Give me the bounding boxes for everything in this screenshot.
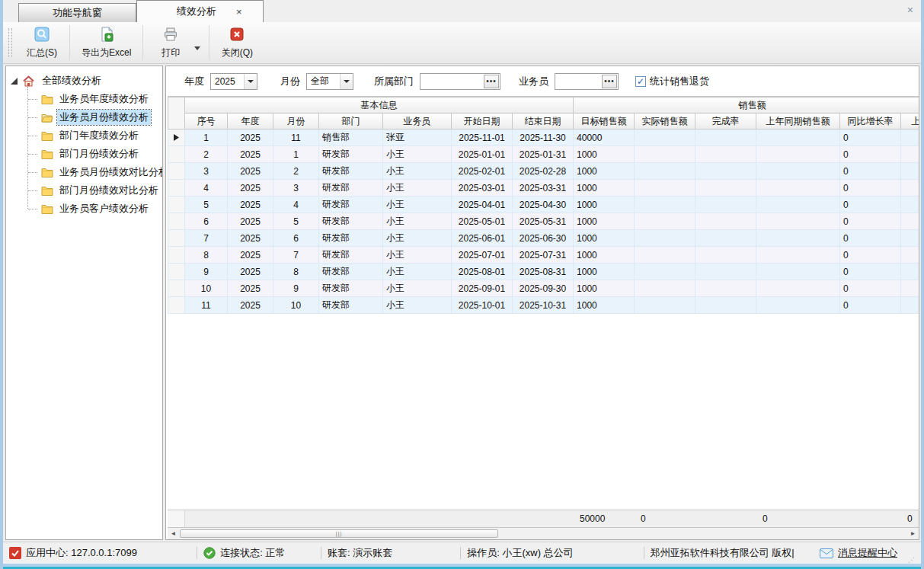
grid-cell[interactable]: 2025-07-01: [452, 247, 513, 264]
grid-cell[interactable]: 1000: [574, 213, 635, 230]
grid-cell[interactable]: 小王: [383, 297, 452, 314]
department-lookup-button[interactable]: •••: [484, 75, 499, 88]
scrollbar-thumb[interactable]: |||: [180, 529, 498, 538]
grid-cell[interactable]: 小王: [383, 280, 452, 297]
column-header-9[interactable]: 完成率: [695, 113, 756, 129]
table-row[interactable]: 620255研发部小王2025-05-012025-05-3110000: [168, 213, 919, 230]
message-center-link[interactable]: 消息提醒中心: [820, 546, 897, 560]
grid-cell[interactable]: 10: [185, 280, 228, 297]
grid-cell[interactable]: 研发部: [319, 280, 383, 297]
column-header-2[interactable]: 月份: [273, 113, 319, 129]
grid-cell[interactable]: 8: [185, 247, 228, 264]
grid-cell[interactable]: 小王: [383, 180, 452, 197]
table-row[interactable]: 720256研发部小王2025-06-012025-06-3010000: [168, 230, 919, 247]
column-header-6[interactable]: 结束日期: [513, 113, 574, 129]
grid-cell[interactable]: 0: [840, 297, 901, 314]
grid-cell[interactable]: [756, 280, 840, 297]
grid-cell[interactable]: [901, 146, 919, 163]
grid-cell[interactable]: 0: [840, 163, 901, 180]
grid-cell[interactable]: 小王: [383, 163, 452, 180]
salesman-input[interactable]: •••: [555, 73, 619, 90]
table-row[interactable]: 1202511销售部张亚2025-11-012025-11-30400000: [168, 129, 919, 146]
grid-cell[interactable]: 研发部: [319, 213, 383, 230]
toolbar-grip[interactable]: [8, 28, 12, 57]
grid-cell[interactable]: [635, 197, 695, 213]
grid-cell[interactable]: 2025-07-31: [513, 247, 574, 264]
grid-cell[interactable]: [635, 163, 695, 180]
grid-cell[interactable]: 0: [840, 180, 901, 197]
grid-cell[interactable]: 1000: [574, 197, 635, 213]
year-select[interactable]: 2025: [210, 73, 257, 90]
grid-cell[interactable]: 2: [273, 163, 319, 180]
table-row[interactable]: 920258研发部小王2025-08-012025-08-3110000: [168, 264, 919, 280]
grid-cell[interactable]: 2025-09-30: [513, 280, 574, 297]
grid-cell[interactable]: 1000: [574, 297, 635, 314]
grid-cell[interactable]: [695, 264, 756, 280]
grid-cell[interactable]: 0: [840, 197, 901, 213]
grid-cell[interactable]: [635, 264, 695, 280]
grid-cell[interactable]: 2025-06-30: [513, 230, 574, 247]
grid-cell[interactable]: [756, 197, 840, 213]
grid-cell[interactable]: 2025-04-01: [452, 197, 513, 213]
grid-cell[interactable]: 2025-11-30: [513, 129, 574, 146]
grid-cell[interactable]: 0: [840, 280, 901, 297]
grid-cell[interactable]: [756, 297, 840, 314]
column-header-7[interactable]: 目标销售额: [574, 113, 635, 129]
column-header-4[interactable]: 业务员: [383, 113, 452, 129]
grid-cell[interactable]: 2025: [228, 247, 273, 264]
grid-cell[interactable]: [695, 146, 756, 163]
column-header-1[interactable]: 年度: [228, 113, 273, 129]
table-row[interactable]: 420253研发部小王2025-03-012025-03-3110000: [168, 180, 919, 197]
grid-cell[interactable]: [756, 247, 840, 264]
tree-root-item[interactable]: 全部绩效分析: [11, 72, 162, 90]
export-excel-button[interactable]: 导出为Excel: [72, 24, 140, 61]
grid-cell[interactable]: 5: [273, 213, 319, 230]
grid-cell[interactable]: [695, 129, 756, 146]
grid-cell[interactable]: 7: [273, 247, 319, 264]
scroll-left-icon[interactable]: ◄: [168, 528, 179, 539]
column-header-5[interactable]: 开始日期: [452, 113, 513, 129]
column-header-3[interactable]: 部门: [319, 113, 383, 129]
grid-cell[interactable]: 研发部: [319, 230, 383, 247]
grid-cell[interactable]: 11: [185, 297, 228, 314]
grid-cell[interactable]: 2025-06-01: [452, 230, 513, 247]
scroll-right-icon[interactable]: ►: [907, 528, 919, 539]
print-button[interactable]: 打印: [145, 24, 196, 61]
grid-cell[interactable]: 2025-10-01: [452, 297, 513, 314]
grid-cell[interactable]: 2025-04-30: [513, 197, 574, 213]
grid-cell[interactable]: [756, 230, 840, 247]
department-input[interactable]: •••: [420, 73, 500, 90]
tree-item-4[interactable]: 业务员月份绩效对比分析: [38, 163, 162, 181]
grid-cell[interactable]: 1000: [574, 280, 635, 297]
grid-cell[interactable]: 2025-08-01: [452, 264, 513, 280]
grid-cell[interactable]: 2025-10-31: [513, 297, 574, 314]
grid-cell[interactable]: 2025: [228, 280, 273, 297]
grid-cell[interactable]: [635, 180, 695, 197]
grid-cell[interactable]: [695, 280, 756, 297]
grid-cell[interactable]: [901, 230, 919, 247]
grid-cell[interactable]: 2025: [228, 146, 273, 163]
tree-item-2[interactable]: 部门年度绩效分析: [38, 126, 162, 145]
grid-cell[interactable]: 2025: [228, 180, 273, 197]
grid-cell[interactable]: [756, 213, 840, 230]
grid-cell[interactable]: 1000: [574, 230, 635, 247]
grid-cell[interactable]: [901, 180, 919, 197]
grid-cell[interactable]: 0: [840, 264, 901, 280]
grid-cell[interactable]: 小王: [383, 146, 452, 163]
grid-cell[interactable]: [695, 230, 756, 247]
grid-cell[interactable]: [901, 163, 919, 180]
grid-cell[interactable]: [695, 247, 756, 264]
grid-cell[interactable]: 2025-01-01: [452, 146, 513, 163]
grid-cell[interactable]: 2025: [228, 163, 273, 180]
grid-cell[interactable]: 1: [185, 129, 228, 146]
grid-cell[interactable]: 研发部: [319, 146, 383, 163]
grid-cell[interactable]: [695, 213, 756, 230]
grid-cell[interactable]: [635, 280, 695, 297]
grid-cell[interactable]: [695, 297, 756, 314]
grid-cell[interactable]: 研发部: [319, 163, 383, 180]
grid-cell[interactable]: 2025-05-31: [513, 213, 574, 230]
horizontal-scrollbar[interactable]: ◄ ||| ►: [168, 528, 919, 539]
grid-cell[interactable]: 2025-03-31: [513, 180, 574, 197]
grid-cell[interactable]: 小王: [383, 264, 452, 280]
grid-cell[interactable]: 小王: [383, 213, 452, 230]
